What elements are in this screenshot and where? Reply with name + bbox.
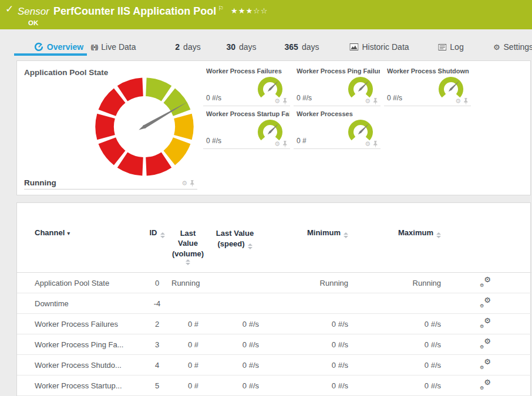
- channel-settings-icon[interactable]: ⚙⚙: [480, 297, 491, 307]
- gauges-panel: Application Pool State Running ⚙: [16, 60, 531, 195]
- sensor-header: ✓ SensorPerfCounter IIS Application Pool…: [0, 0, 532, 29]
- column-header-minimum[interactable]: Minimum: [265, 203, 354, 273]
- channel-name[interactable]: Downtime: [35, 299, 69, 308]
- gauge-worker-process-failures: Worker Process Failures 0 #/s ⚙: [203, 63, 290, 106]
- maximum-value: [354, 293, 447, 314]
- small-gauges-grid: Worker Process Failures 0 #/s ⚙ Worker P…: [203, 63, 471, 149]
- tab-label: Log: [450, 42, 463, 52]
- column-header-settings: [447, 203, 531, 273]
- tab-number: 365: [285, 42, 298, 52]
- last-value-volume: Running: [171, 273, 204, 293]
- tab-label: Live Data: [101, 42, 136, 52]
- sort-icon[interactable]: [436, 232, 441, 238]
- tab-label: Overview: [47, 42, 83, 52]
- last-value-volume: 0 #: [171, 355, 204, 375]
- tab-label: Settings: [504, 42, 532, 52]
- last-value-volume: [171, 293, 204, 314]
- table-row[interactable]: Application Pool State 0 Running Running…: [17, 273, 531, 293]
- chart-icon: [349, 43, 358, 50]
- sort-icon[interactable]: [186, 259, 190, 265]
- header-label: (speed): [217, 239, 244, 248]
- gear-icon: ⚙: [493, 43, 500, 52]
- channel-name[interactable]: Worker Process Ping Fa...: [35, 340, 123, 349]
- last-value-speed: 0 #/s: [204, 355, 265, 375]
- maximum-value: 0 #/s: [354, 334, 447, 355]
- channel-id: 5: [143, 375, 171, 396]
- channel-id: 3: [143, 334, 171, 355]
- gauge-gear-icon[interactable]: ⚙: [274, 141, 280, 147]
- tab-365-days[interactable]: 365 days: [285, 42, 319, 52]
- gauge-icon: [34, 42, 43, 52]
- active-tab-underline: [14, 53, 87, 56]
- tab-overview[interactable]: Overview: [34, 42, 83, 52]
- gauge-worker-process-shutdown-failures: Worker Process Shutdown Fa... 0 #/s ⚙: [384, 63, 471, 106]
- gauge-value: Running: [24, 178, 56, 187]
- tab-label: days: [302, 42, 319, 52]
- table-row[interactable]: Worker Process Startup... 5 0 # 0 #/s 0 …: [17, 375, 531, 396]
- flag-icon[interactable]: ⚐: [218, 5, 224, 12]
- header-label: (volume): [172, 249, 204, 259]
- column-header-channel[interactable]: Channel▾: [17, 203, 143, 273]
- column-header-last-value-speed[interactable]: Last Value (speed): [204, 203, 265, 273]
- gauge-value: 0 #/s: [206, 94, 221, 102]
- channel-id: 4: [143, 355, 171, 375]
- gauge-worker-processes: Worker Processes 0 # ⚙: [294, 106, 381, 149]
- table-row[interactable]: Downtime -4 ⚙⚙: [17, 293, 531, 314]
- sort-icon[interactable]: [344, 232, 348, 238]
- gauge-gear-icon[interactable]: ⚙: [274, 99, 280, 104]
- sort-icon[interactable]: [160, 232, 165, 238]
- header-label: ID: [150, 228, 157, 237]
- channel-name[interactable]: Worker Process Failures: [35, 320, 118, 329]
- channel-settings-icon[interactable]: ⚙⚙: [480, 339, 491, 348]
- tab-30-days[interactable]: 30 days: [226, 42, 256, 52]
- tab-historic-data[interactable]: Historic Data: [349, 42, 409, 52]
- maximum-value: 0 #/s: [354, 375, 447, 396]
- column-header-maximum[interactable]: Maximum: [354, 203, 447, 273]
- maximum-value: 0 #/s: [354, 314, 447, 334]
- channel-name[interactable]: Application Pool State: [35, 279, 109, 287]
- pin-icon[interactable]: [373, 141, 378, 148]
- minimum-value: [265, 293, 354, 314]
- pin-icon[interactable]: [373, 98, 378, 105]
- tab-log[interactable]: Log: [438, 42, 463, 52]
- status-check-icon: ✓: [5, 3, 14, 15]
- channel-table-panel: Channel▾ ID Last Value (volume) Last Val…: [16, 202, 531, 396]
- column-header-id[interactable]: ID: [143, 203, 171, 273]
- channel-table: Channel▾ ID Last Value (volume) Last Val…: [17, 203, 531, 396]
- channel-settings-icon[interactable]: ⚙⚙: [480, 380, 491, 390]
- header-label: Last Value: [171, 228, 204, 248]
- column-header-last-value-volume[interactable]: Last Value (volume): [171, 203, 204, 273]
- header-label: Maximum: [398, 228, 433, 237]
- pin-icon[interactable]: [282, 98, 288, 105]
- channel-settings-icon[interactable]: ⚙⚙: [480, 277, 491, 287]
- gauge-gear-icon[interactable]: ⚙: [365, 141, 371, 147]
- priority-stars[interactable]: ★★★☆☆: [231, 6, 268, 15]
- table-row[interactable]: Worker Process Failures 2 0 # 0 #/s 0 #/…: [17, 314, 531, 334]
- sensor-title-block: SensorPerfCounter IIS Application Pool⚐★…: [18, 2, 268, 26]
- sort-desc-icon: ▾: [67, 230, 70, 236]
- channel-settings-icon[interactable]: ⚙⚙: [480, 318, 491, 328]
- gauge-gear-icon[interactable]: ⚙: [455, 99, 461, 104]
- pin-icon[interactable]: [463, 98, 469, 105]
- gauge-gear-icon[interactable]: ⚙: [181, 181, 187, 187]
- tab-settings[interactable]: ⚙ Settings: [493, 42, 532, 52]
- channel-settings-icon[interactable]: ⚙⚙: [480, 359, 491, 369]
- gauge-worker-process-startup-failures: Worker Process Startup Failu... 0 #/s ⚙: [203, 106, 290, 149]
- sensor-kind-label: Sensor: [18, 6, 49, 17]
- table-row[interactable]: Worker Process Ping Fa... 3 0 # 0 #/s 0 …: [17, 334, 531, 355]
- channel-name[interactable]: Worker Process Startup...: [35, 381, 122, 390]
- tab-2-days[interactable]: 2 days: [175, 42, 200, 52]
- pin-icon[interactable]: [190, 180, 195, 187]
- channel-name[interactable]: Worker Process Shutdo...: [35, 361, 122, 370]
- tab-bar: Overview ((•)) Live Data 2 days 30 days …: [0, 29, 532, 60]
- minimum-value: Running: [265, 273, 354, 293]
- sort-icon[interactable]: [248, 243, 252, 249]
- last-value-speed: [204, 273, 265, 293]
- tab-live-data[interactable]: ((•)) Live Data: [91, 42, 136, 52]
- pin-icon[interactable]: [282, 141, 288, 148]
- channel-id: 0: [143, 273, 171, 293]
- gauge-gear-icon[interactable]: ⚙: [365, 99, 371, 104]
- table-row[interactable]: Worker Process Shutdo... 4 0 # 0 #/s 0 #…: [17, 355, 531, 375]
- tab-number: 2: [175, 42, 180, 52]
- maximum-value: 0 #/s: [354, 355, 447, 375]
